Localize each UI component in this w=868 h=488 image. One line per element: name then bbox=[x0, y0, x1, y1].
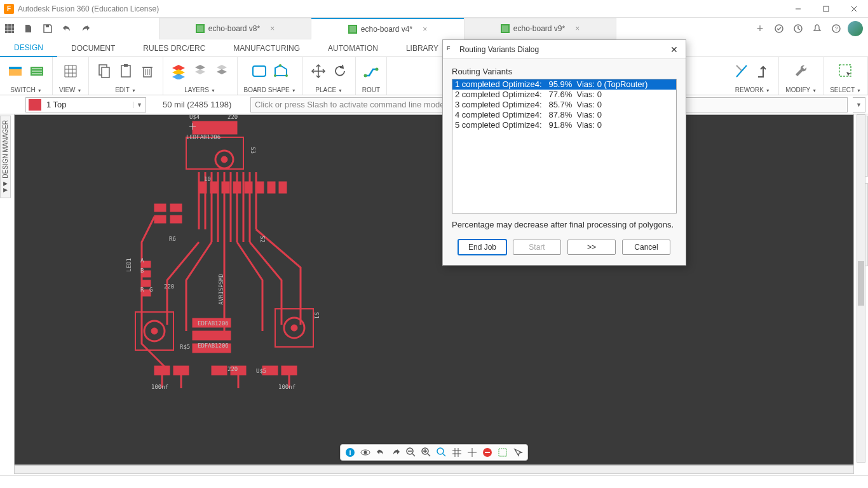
pcb-text: AVRISPSMD bbox=[218, 274, 224, 305]
pcb-text: A bbox=[140, 257, 144, 264]
save-button[interactable] bbox=[38, 19, 57, 38]
dialog-close-button[interactable]: ✕ bbox=[667, 44, 682, 55]
routing-variants-list[interactable]: 1 completed Optimize4: 95.9% Vias: 0 (To… bbox=[452, 79, 677, 214]
ribbon-group-view: VIEW bbox=[53, 57, 89, 95]
menu-tab-rules[interactable]: RULES DRC/ERC bbox=[129, 39, 219, 57]
pcb-board: U$4 220 LEDFAB1206 S3 R6 LED1 AVRISPSMD … bbox=[116, 115, 332, 407]
title-bar: F Autodesk Fusion 360 (Education License… bbox=[0, 0, 868, 18]
svg-rect-94 bbox=[173, 366, 189, 375]
tab-echo-board-v8[interactable]: echo-board v8* × bbox=[159, 18, 311, 39]
menu-tab-automation[interactable]: AUTOMATION bbox=[314, 39, 392, 57]
window-maximize-button[interactable] bbox=[812, 0, 840, 18]
info-icon[interactable]: i bbox=[343, 445, 357, 459]
app-title: Autodesk Fusion 360 (Education License) bbox=[18, 4, 159, 13]
zoom-in-icon[interactable] bbox=[419, 445, 433, 459]
next-button[interactable]: >> bbox=[567, 240, 616, 255]
paste-icon[interactable] bbox=[117, 62, 135, 80]
pcb-text: 100nf bbox=[278, 384, 295, 390]
cursor-snap-icon[interactable] bbox=[511, 445, 525, 459]
svg-rect-130 bbox=[485, 452, 490, 453]
tab-echo-board-v4[interactable]: echo-board v4* × bbox=[311, 18, 464, 39]
menu-tab-document[interactable]: DOCUMENT bbox=[57, 39, 129, 57]
routing-variant-row[interactable]: 1 completed Optimize4: 95.9% Vias: 0 (To… bbox=[452, 79, 676, 90]
routing-variant-row[interactable]: 3 completed Optimize4: 85.7% Vias: 0 bbox=[452, 100, 676, 110]
tab-echo-board-v9[interactable]: echo-board v9* × bbox=[464, 18, 616, 39]
stop-icon[interactable] bbox=[480, 445, 494, 459]
routing-variant-row[interactable]: 4 completed Optimize4: 87.8% Vias: 0 bbox=[452, 110, 676, 120]
layers-icon[interactable] bbox=[170, 62, 187, 80]
help-icon[interactable]: ? bbox=[827, 20, 845, 37]
ribbon-group-modify: MODIFY bbox=[779, 57, 824, 95]
new-tab-button[interactable]: + bbox=[751, 20, 769, 37]
ribbon-group-switch: SWITCH bbox=[0, 57, 53, 95]
select-area-icon[interactable] bbox=[496, 445, 510, 459]
pcb-text: 220 bbox=[227, 366, 238, 372]
slide-icon[interactable] bbox=[754, 62, 772, 80]
pcb-text: EDFAB1206 bbox=[198, 320, 229, 327]
close-icon[interactable]: × bbox=[575, 24, 580, 33]
cancel-button[interactable]: Cancel bbox=[622, 240, 670, 255]
layer-up-icon[interactable] bbox=[191, 62, 209, 80]
design-manager-panel-tab[interactable]: ◀◀DESIGN MANAGER bbox=[0, 116, 11, 198]
header-right-icons: + ? bbox=[751, 20, 868, 37]
data-panel-button[interactable] bbox=[0, 19, 19, 38]
ribbon-label: BOARD SHAPE bbox=[244, 86, 290, 93]
routing-variant-row[interactable]: 5 completed Optimize4: 91.8% Vias: 0 bbox=[452, 120, 676, 130]
pcb-text: S2 bbox=[259, 236, 266, 243]
routing-variant-row[interactable]: 2 completed Optimize4: 77.6% Vias: 0 bbox=[452, 90, 676, 100]
svg-rect-25 bbox=[9, 67, 22, 69]
polygon-icon[interactable] bbox=[272, 62, 290, 80]
svg-point-61 bbox=[221, 156, 227, 163]
svg-rect-83 bbox=[170, 215, 182, 223]
redo-view-icon[interactable] bbox=[389, 445, 403, 459]
close-icon[interactable]: × bbox=[270, 24, 275, 33]
layer-selector[interactable]: 1 Top ▼ bbox=[25, 97, 146, 112]
wrench-icon[interactable] bbox=[792, 62, 810, 80]
ribbon-label: PLACE bbox=[315, 86, 336, 93]
ribbon-group-route: ROUT bbox=[356, 57, 387, 95]
job-status-icon[interactable] bbox=[789, 20, 807, 37]
notifications-icon[interactable] bbox=[808, 20, 826, 37]
delete-icon[interactable] bbox=[139, 62, 156, 80]
file-menu-button[interactable] bbox=[19, 19, 38, 38]
rotate-icon[interactable] bbox=[331, 62, 349, 80]
grid-icon[interactable] bbox=[62, 62, 79, 80]
window-close-button[interactable] bbox=[840, 0, 868, 18]
move-icon[interactable] bbox=[309, 62, 327, 80]
scrollbar-thumb[interactable] bbox=[858, 261, 864, 306]
menu-tab-design[interactable]: DESIGN bbox=[0, 39, 57, 57]
select-icon[interactable] bbox=[837, 62, 855, 80]
pcb-canvas[interactable]: U$4 220 LEDFAB1206 S3 R6 LED1 AVRISPSMD … bbox=[14, 114, 854, 465]
zoom-fit-icon[interactable] bbox=[435, 445, 449, 459]
user-avatar[interactable] bbox=[846, 20, 864, 37]
visibility-icon[interactable] bbox=[358, 445, 372, 459]
dialog-title-bar[interactable]: F Routing Variants Dialog ✕ bbox=[443, 40, 686, 59]
zoom-out-icon[interactable] bbox=[404, 445, 418, 459]
redo-button[interactable] bbox=[76, 19, 95, 38]
pcb-text: R6 bbox=[169, 236, 176, 242]
ripup-icon[interactable] bbox=[733, 62, 750, 80]
origin-icon[interactable] bbox=[465, 445, 479, 459]
layer-down-icon[interactable] bbox=[213, 62, 231, 80]
outline-icon[interactable] bbox=[250, 62, 268, 80]
close-icon[interactable]: × bbox=[423, 25, 427, 34]
schematic-icon[interactable] bbox=[6, 62, 24, 80]
horizontal-scrollbar[interactable] bbox=[14, 465, 854, 474]
window-minimize-button[interactable] bbox=[784, 0, 812, 18]
undo-button[interactable] bbox=[57, 19, 76, 38]
grid-toggle-icon[interactable] bbox=[450, 445, 464, 459]
dialog-section-label: Routing Variants bbox=[452, 67, 677, 76]
extensions-icon[interactable] bbox=[770, 20, 788, 37]
end-job-button[interactable]: End Job bbox=[458, 240, 506, 255]
svg-rect-91 bbox=[193, 331, 231, 340]
copy-icon[interactable] bbox=[95, 62, 113, 80]
vertical-scrollbar[interactable] bbox=[857, 114, 865, 463]
command-history-dropdown[interactable]: ▼ bbox=[853, 97, 865, 112]
ribbon-group-board-shape: BOARD SHAPE bbox=[238, 57, 303, 95]
board-icon[interactable] bbox=[28, 62, 46, 80]
dialog-title: Routing Variants Dialog bbox=[459, 45, 663, 54]
undo-view-icon[interactable] bbox=[374, 445, 388, 459]
route-icon[interactable] bbox=[362, 62, 380, 80]
svg-rect-73 bbox=[210, 182, 218, 193]
menu-tab-manufacturing[interactable]: MANUFACTURING bbox=[219, 39, 314, 57]
